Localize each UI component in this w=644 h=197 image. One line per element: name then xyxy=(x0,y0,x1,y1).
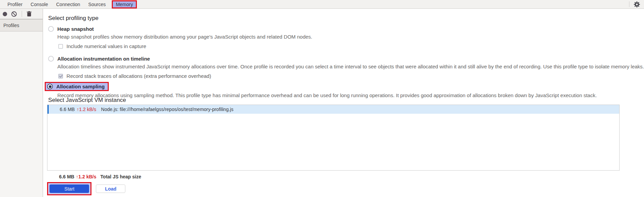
profiles-section-header: Profiles xyxy=(0,19,43,31)
vm-instance-list[interactable]: 6.6 MB ↑1.2 kB/s Node.js: file:///home/r… xyxy=(47,105,620,171)
allocation-sampling-description: Record memory allocations using sampling… xyxy=(57,93,644,98)
profiling-type-heading: Select profiling type xyxy=(48,15,644,22)
checkbox-label: Record stack traces of allocations (extr… xyxy=(66,73,211,79)
allocation-sampling-annotation: Allocation sampling xyxy=(45,82,109,91)
memory-panel-main: Select profiling type Heap snapshot Heap… xyxy=(43,9,644,197)
clear-icon[interactable] xyxy=(11,11,17,17)
toolbar-separator xyxy=(22,11,22,17)
radio-heap-snapshot[interactable]: Heap snapshot xyxy=(48,26,644,32)
radio-label: Allocation instrumentation on timeline xyxy=(57,56,150,62)
start-button[interactable]: Start xyxy=(49,184,89,193)
total-heap-label: Total JS heap size xyxy=(100,174,141,179)
checkbox-include-numerical-values[interactable]: Include numerical values in capture xyxy=(58,43,644,49)
tab-profiler[interactable]: Profiler xyxy=(3,1,26,8)
radio-icon[interactable] xyxy=(47,84,53,89)
radio-allocation-sampling[interactable]: Allocation sampling xyxy=(56,84,105,89)
delete-icon[interactable] xyxy=(27,11,32,17)
checkbox-label: Include numerical values in capture xyxy=(66,43,146,49)
allocation-timeline-description: Allocation timelines show instrumented J… xyxy=(57,64,644,69)
checkbox-icon[interactable] xyxy=(58,74,63,79)
total-heap-rate: ↑1.2 kB/s xyxy=(76,174,100,179)
radio-icon[interactable] xyxy=(48,56,54,62)
record-icon[interactable] xyxy=(3,12,7,16)
vm-allocation-rate: ↑1.2 kB/s xyxy=(77,107,101,112)
start-button-annotation: Start xyxy=(47,182,91,195)
radio-icon[interactable] xyxy=(48,26,54,32)
devtools-tabbar: Profiler Console Connection Sources Memo… xyxy=(0,0,644,9)
vm-instance-row[interactable]: 6.6 MB ↑1.2 kB/s Node.js: file:///home/r… xyxy=(47,105,619,114)
devtools-body: Profiles Select profiling type Heap snap… xyxy=(0,9,644,197)
checkbox-icon[interactable] xyxy=(58,44,63,49)
gear-icon[interactable] xyxy=(634,1,640,7)
radio-label: Heap snapshot xyxy=(57,26,94,32)
checkbox-record-stack-traces[interactable]: Record stack traces of allocations (extr… xyxy=(58,73,644,79)
vm-heap-size: 6.6 MB xyxy=(60,107,77,112)
profiles-sidebar: Profiles xyxy=(0,9,43,197)
total-heap-summary: 6.6 MB ↑1.2 kB/s Total JS heap size xyxy=(59,174,141,179)
tab-connection[interactable]: Connection xyxy=(52,1,84,8)
vm-instance-name: Node.js: file:///home/rafaelgss/repos/os… xyxy=(101,107,233,112)
vm-instance-heading: Select JavaScript VM instance xyxy=(48,97,126,104)
radio-allocation-timeline[interactable]: Allocation instrumentation on timeline xyxy=(48,56,644,62)
tab-sources[interactable]: Sources xyxy=(84,1,110,8)
load-button[interactable]: Load xyxy=(96,184,125,193)
tabbar-separator xyxy=(629,1,629,7)
profiles-toolbar xyxy=(0,9,43,19)
action-buttons: Start Load xyxy=(47,182,125,195)
total-heap-size: 6.6 MB xyxy=(59,174,76,179)
tab-memory[interactable]: Memory xyxy=(112,0,137,8)
heap-snapshot-description: Heap snapshot profiles show memory distr… xyxy=(57,34,644,40)
tab-console[interactable]: Console xyxy=(26,1,52,8)
